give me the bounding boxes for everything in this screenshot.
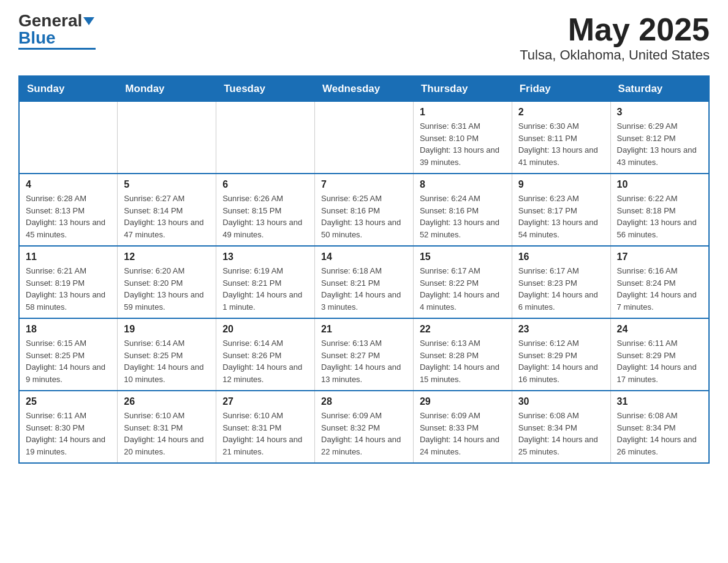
calendar-cell: 6Sunrise: 6:26 AMSunset: 8:15 PMDaylight… [216, 174, 315, 246]
day-info: Sunrise: 6:11 AMSunset: 8:29 PMDaylight:… [617, 337, 702, 385]
day-number: 21 [321, 324, 407, 335]
calendar-cell: 8Sunrise: 6:24 AMSunset: 8:16 PMDaylight… [413, 174, 512, 246]
day-info: Sunrise: 6:12 AMSunset: 8:29 PMDaylight:… [518, 337, 604, 385]
col-sunday: Sunday [19, 76, 118, 102]
calendar-cell: 20Sunrise: 6:14 AMSunset: 8:26 PMDayligh… [216, 318, 315, 391]
month-title: May 2025 [520, 12, 710, 47]
day-number: 30 [518, 396, 604, 407]
calendar-cell [118, 102, 216, 174]
day-info: Sunrise: 6:09 AMSunset: 8:32 PMDaylight:… [321, 410, 407, 458]
day-info: Sunrise: 6:15 AMSunset: 8:25 PMDaylight:… [26, 337, 111, 385]
calendar-week-row: 18Sunrise: 6:15 AMSunset: 8:25 PMDayligh… [19, 318, 709, 391]
day-info: Sunrise: 6:08 AMSunset: 8:34 PMDaylight:… [617, 410, 702, 458]
day-number: 31 [617, 396, 702, 407]
calendar-week-row: 4Sunrise: 6:28 AMSunset: 8:13 PMDaylight… [19, 174, 709, 246]
day-info: Sunrise: 6:09 AMSunset: 8:33 PMDaylight:… [420, 410, 506, 458]
day-info: Sunrise: 6:29 AMSunset: 8:12 PMDaylight:… [617, 120, 702, 168]
day-number: 28 [321, 396, 407, 407]
col-thursday: Thursday [413, 76, 512, 102]
logo-text: General [18, 12, 96, 29]
calendar-cell: 27Sunrise: 6:10 AMSunset: 8:31 PMDayligh… [216, 391, 315, 463]
day-info: Sunrise: 6:21 AMSunset: 8:19 PMDaylight:… [26, 265, 111, 313]
logo-triangle-icon [83, 17, 94, 25]
day-info: Sunrise: 6:13 AMSunset: 8:28 PMDaylight:… [420, 337, 506, 385]
day-number: 14 [321, 251, 407, 262]
day-info: Sunrise: 6:17 AMSunset: 8:22 PMDaylight:… [420, 265, 506, 313]
day-number: 19 [124, 324, 210, 335]
day-number: 12 [124, 251, 210, 262]
day-number: 16 [518, 251, 604, 262]
day-number: 5 [124, 179, 210, 190]
calendar-cell: 10Sunrise: 6:22 AMSunset: 8:18 PMDayligh… [610, 174, 709, 246]
day-number: 3 [617, 107, 702, 118]
calendar-header-row: Sunday Monday Tuesday Wednesday Thursday… [19, 76, 709, 102]
day-info: Sunrise: 6:23 AMSunset: 8:17 PMDaylight:… [518, 193, 604, 240]
calendar-cell: 3Sunrise: 6:29 AMSunset: 8:12 PMDaylight… [610, 102, 709, 174]
calendar-cell: 31Sunrise: 6:08 AMSunset: 8:34 PMDayligh… [610, 391, 709, 463]
calendar-cell: 13Sunrise: 6:19 AMSunset: 8:21 PMDayligh… [216, 246, 315, 318]
day-info: Sunrise: 6:14 AMSunset: 8:26 PMDaylight:… [222, 337, 308, 385]
calendar-cell: 14Sunrise: 6:18 AMSunset: 8:21 PMDayligh… [315, 246, 414, 318]
calendar-cell: 11Sunrise: 6:21 AMSunset: 8:19 PMDayligh… [19, 246, 118, 318]
calendar-cell: 30Sunrise: 6:08 AMSunset: 8:34 PMDayligh… [512, 391, 610, 463]
day-info: Sunrise: 6:18 AMSunset: 8:21 PMDaylight:… [321, 265, 407, 313]
day-number: 4 [26, 179, 111, 190]
logo-underline [18, 48, 96, 50]
day-number: 13 [222, 251, 308, 262]
day-number: 27 [222, 396, 308, 407]
day-number: 6 [222, 179, 308, 190]
day-info: Sunrise: 6:30 AMSunset: 8:11 PMDaylight:… [518, 120, 604, 168]
day-number: 11 [26, 251, 111, 262]
calendar-cell [315, 102, 414, 174]
title-block: May 2025 Tulsa, Oklahoma, United States [520, 12, 710, 63]
calendar-cell: 22Sunrise: 6:13 AMSunset: 8:28 PMDayligh… [413, 318, 512, 391]
day-info: Sunrise: 6:25 AMSunset: 8:16 PMDaylight:… [321, 193, 407, 240]
day-info: Sunrise: 6:27 AMSunset: 8:14 PMDaylight:… [124, 193, 210, 240]
calendar-cell: 2Sunrise: 6:30 AMSunset: 8:11 PMDaylight… [512, 102, 610, 174]
calendar-cell: 7Sunrise: 6:25 AMSunset: 8:16 PMDaylight… [315, 174, 414, 246]
day-info: Sunrise: 6:10 AMSunset: 8:31 PMDaylight:… [222, 410, 308, 458]
calendar-week-row: 1Sunrise: 6:31 AMSunset: 8:10 PMDaylight… [19, 102, 709, 174]
logo: General Blue [18, 12, 96, 50]
day-info: Sunrise: 6:11 AMSunset: 8:30 PMDaylight:… [26, 410, 111, 458]
calendar-cell: 9Sunrise: 6:23 AMSunset: 8:17 PMDaylight… [512, 174, 610, 246]
day-info: Sunrise: 6:17 AMSunset: 8:23 PMDaylight:… [518, 265, 604, 313]
calendar-cell [216, 102, 315, 174]
calendar-week-row: 11Sunrise: 6:21 AMSunset: 8:19 PMDayligh… [19, 246, 709, 318]
calendar-cell: 25Sunrise: 6:11 AMSunset: 8:30 PMDayligh… [19, 391, 118, 463]
calendar-cell: 17Sunrise: 6:16 AMSunset: 8:24 PMDayligh… [610, 246, 709, 318]
day-info: Sunrise: 6:31 AMSunset: 8:10 PMDaylight:… [420, 120, 506, 168]
day-number: 2 [518, 107, 604, 118]
calendar-cell: 16Sunrise: 6:17 AMSunset: 8:23 PMDayligh… [512, 246, 610, 318]
calendar-cell [19, 102, 118, 174]
calendar-cell: 18Sunrise: 6:15 AMSunset: 8:25 PMDayligh… [19, 318, 118, 391]
calendar-cell: 1Sunrise: 6:31 AMSunset: 8:10 PMDaylight… [413, 102, 512, 174]
calendar-cell: 5Sunrise: 6:27 AMSunset: 8:14 PMDaylight… [118, 174, 216, 246]
day-number: 10 [617, 179, 702, 190]
day-info: Sunrise: 6:20 AMSunset: 8:20 PMDaylight:… [124, 265, 210, 313]
location: Tulsa, Oklahoma, United States [520, 47, 710, 63]
day-number: 7 [321, 179, 407, 190]
day-info: Sunrise: 6:08 AMSunset: 8:34 PMDaylight:… [518, 410, 604, 458]
col-saturday: Saturday [610, 76, 709, 102]
day-info: Sunrise: 6:10 AMSunset: 8:31 PMDaylight:… [124, 410, 210, 458]
day-number: 29 [420, 396, 506, 407]
calendar-cell: 26Sunrise: 6:10 AMSunset: 8:31 PMDayligh… [118, 391, 216, 463]
day-number: 22 [420, 324, 506, 335]
col-monday: Monday [118, 76, 216, 102]
day-number: 20 [222, 324, 308, 335]
calendar-cell: 21Sunrise: 6:13 AMSunset: 8:27 PMDayligh… [315, 318, 414, 391]
calendar-cell: 29Sunrise: 6:09 AMSunset: 8:33 PMDayligh… [413, 391, 512, 463]
day-info: Sunrise: 6:22 AMSunset: 8:18 PMDaylight:… [617, 193, 702, 240]
calendar-cell: 15Sunrise: 6:17 AMSunset: 8:22 PMDayligh… [413, 246, 512, 318]
calendar-cell: 24Sunrise: 6:11 AMSunset: 8:29 PMDayligh… [610, 318, 709, 391]
day-info: Sunrise: 6:24 AMSunset: 8:16 PMDaylight:… [420, 193, 506, 240]
calendar-cell: 4Sunrise: 6:28 AMSunset: 8:13 PMDaylight… [19, 174, 118, 246]
day-number: 8 [420, 179, 506, 190]
day-info: Sunrise: 6:16 AMSunset: 8:24 PMDaylight:… [617, 265, 702, 313]
day-number: 24 [617, 324, 702, 335]
col-tuesday: Tuesday [216, 76, 315, 102]
col-friday: Friday [512, 76, 610, 102]
day-number: 18 [26, 324, 111, 335]
day-info: Sunrise: 6:13 AMSunset: 8:27 PMDaylight:… [321, 337, 407, 385]
